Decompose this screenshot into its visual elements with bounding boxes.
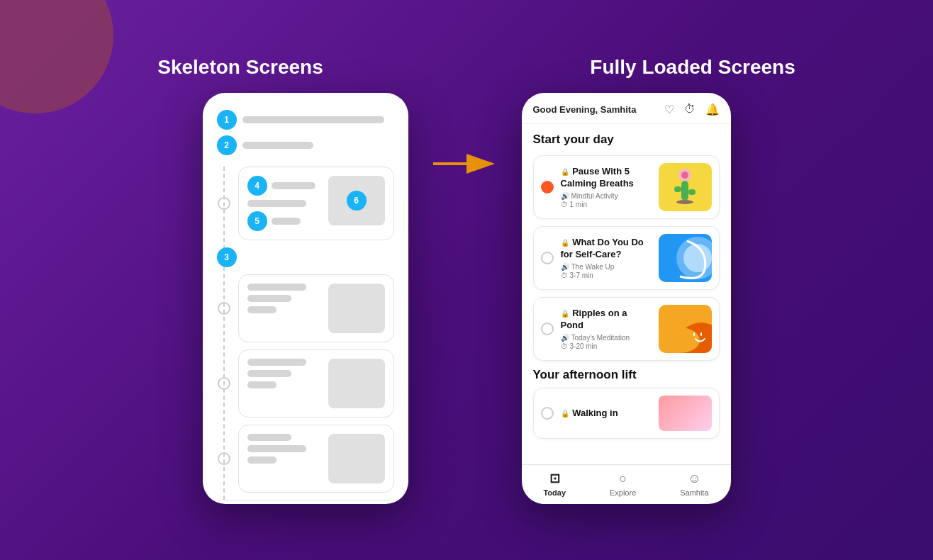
clock-icon-2: ⏱ xyxy=(561,271,568,279)
skeleton-card-4 xyxy=(238,425,394,493)
loaded-nav-today[interactable]: ⊡ Today xyxy=(543,471,566,497)
greeting-text: Good Evening, Samhita xyxy=(533,104,637,115)
skel-l2b xyxy=(247,295,291,302)
loaded-navbar: ⊡ Today ○ Explore ☺ Samhita xyxy=(522,464,731,504)
section1-title: Start your day xyxy=(533,133,720,147)
loaded-nav-profile[interactable]: ☺ Samhita xyxy=(680,471,708,497)
history-icon[interactable]: ⏱ xyxy=(684,103,695,116)
item-text-1: 🔒 Pause With 5 Calming Breaths 🔊 Mindful… xyxy=(561,166,652,208)
badge-4-row: 4 xyxy=(247,176,321,196)
skeleton-phone: 1 2 4 xyxy=(203,93,408,504)
loaded-nav-explore[interactable]: ○ Explore xyxy=(610,471,636,497)
badge-1: 1 xyxy=(217,110,237,130)
clock-icon-3: ⏱ xyxy=(561,342,568,350)
item-meta-3: 🔊 Today's Meditation ⏱ 3-20 min xyxy=(561,334,652,350)
loaded-phone: Good Evening, Samhita ♡ ⏱ 🔔 Start your d… xyxy=(522,93,731,504)
skel-l2c xyxy=(247,306,277,313)
item-title-3: 🔒 Ripples on a Pond xyxy=(561,308,652,332)
lock-icon-1: 🔒 xyxy=(561,168,569,176)
skel-text-1: 4 5 xyxy=(247,176,321,231)
loaded-header: Good Evening, Samhita ♡ ⏱ 🔔 xyxy=(522,93,731,124)
svg-rect-4 xyxy=(681,181,688,201)
skel-image-4 xyxy=(328,434,385,483)
item-thumb-1 xyxy=(659,163,712,211)
skel-line-2 xyxy=(242,142,313,149)
loaded-profile-icon: ☺ xyxy=(688,471,700,486)
speaker-icon-2: 🔊 xyxy=(561,263,569,271)
skel-text-3 xyxy=(247,359,321,388)
skel-l2a xyxy=(247,284,306,291)
card-inner-4 xyxy=(247,434,385,483)
skeleton-title: Skeleton Screens xyxy=(157,56,323,79)
skel-text-2 xyxy=(247,284,321,313)
loaded-section: Good Evening, Samhita ♡ ⏱ 🔔 Start your d… xyxy=(522,93,731,504)
speaker-icon-3: 🔊 xyxy=(561,334,569,342)
item-thumb-3 xyxy=(659,305,712,353)
lock-icon-2: 🔒 xyxy=(561,239,569,247)
background-decoration xyxy=(0,0,113,113)
skeleton-card-2 xyxy=(238,274,394,342)
arrow-container xyxy=(408,150,522,178)
item-card-3[interactable]: 🔒 Ripples on a Pond 🔊 Today's Meditation… xyxy=(533,297,720,361)
svg-point-7 xyxy=(676,200,693,204)
loaded-nav-explore-label: Explore xyxy=(610,488,636,497)
item-text-2: 🔒 What Do You Do for Self-Care? 🔊 The Wa… xyxy=(561,237,652,279)
meta-row-3a: 🔊 Today's Meditation xyxy=(561,334,652,342)
radio-item-3 xyxy=(541,323,554,335)
arrow-svg xyxy=(430,150,501,178)
item-card-2[interactable]: 🔒 What Do You Do for Self-Care? 🔊 The Wa… xyxy=(533,226,720,290)
item-meta-1: 🔊 Mindful Activity ⏱ 1 min xyxy=(561,192,652,208)
skeleton-card-1: 4 5 6 xyxy=(238,167,394,240)
skeleton-navbar: ⊡ Today ○ Explore ☺ Samhita xyxy=(217,500,394,504)
svg-point-9 xyxy=(683,244,712,272)
badge-5-row: 5 xyxy=(247,211,321,231)
item-meta-2: 🔊 The Wake Up ⏱ 3-7 min xyxy=(561,263,652,279)
walking-thumb xyxy=(659,396,712,431)
card-inner-2 xyxy=(247,284,385,333)
item-text-3: 🔒 Ripples on a Pond 🔊 Today's Meditation… xyxy=(561,308,652,350)
item-title-1: 🔒 Pause With 5 Calming Breaths xyxy=(561,166,652,190)
dashed-line xyxy=(223,167,225,500)
loaded-nav-profile-label: Samhita xyxy=(680,488,708,497)
item-title-2: 🔒 What Do You Do for Self-Care? xyxy=(561,237,652,261)
meta-row-1a: 🔊 Mindful Activity xyxy=(561,192,652,200)
skel-l3c xyxy=(247,381,277,388)
skel-l3a xyxy=(247,359,306,366)
main-content: 1 2 4 xyxy=(203,93,731,504)
thumb-badge-6-container: 6 xyxy=(328,176,385,225)
loaded-today-icon: ⊡ xyxy=(549,471,560,486)
radio-2 xyxy=(218,302,230,315)
radio-item-1 xyxy=(541,181,554,194)
clock-icon-1: ⏱ xyxy=(561,201,568,208)
lock-icon-3: 🔒 xyxy=(561,310,569,318)
badge-6: 6 xyxy=(347,191,367,211)
loaded-nav-today-label: Today xyxy=(543,488,566,497)
radio-4 xyxy=(218,452,230,465)
swirl-illustration xyxy=(659,234,712,282)
meta-row-2b: ⏱ 3-7 min xyxy=(561,271,652,279)
skel-l4aa xyxy=(247,434,291,441)
skeleton-card-3 xyxy=(238,349,394,418)
speaker-icon-1: 🔊 xyxy=(561,192,569,200)
svg-point-11 xyxy=(660,327,700,353)
meta-row-2a: 🔊 The Wake Up xyxy=(561,263,652,271)
meta-row-1b: ⏱ 1 min xyxy=(561,201,652,208)
skeleton-section: 1 2 4 xyxy=(203,93,408,504)
skeleton-row-2: 2 xyxy=(217,135,394,155)
item-card-1[interactable]: 🔒 Pause With 5 Calming Breaths 🔊 Mindful… xyxy=(533,155,720,219)
walking-title: 🔒 Walking in xyxy=(561,408,652,420)
heart-icon[interactable]: ♡ xyxy=(664,103,674,116)
loaded-title: Fully Loaded Screens xyxy=(590,56,795,79)
section-titles-row: Skeleton Screens Fully Loaded Screens xyxy=(0,56,933,93)
skeleton-header-row: 1 xyxy=(217,110,394,130)
badge-3-row: 3 xyxy=(238,247,394,267)
meta-row-3b: ⏱ 3-20 min xyxy=(561,342,652,350)
svg-point-3 xyxy=(681,172,688,179)
cards-container: 4 5 6 xyxy=(238,167,394,500)
walking-partial-card[interactable]: 🔒 Walking in xyxy=(533,388,720,439)
badge-4: 4 xyxy=(247,176,267,196)
card-inner-1: 4 5 6 xyxy=(247,176,385,231)
bell-icon[interactable]: 🔔 xyxy=(705,103,720,116)
radio-3 xyxy=(218,377,230,390)
skel-image-2 xyxy=(328,284,385,333)
